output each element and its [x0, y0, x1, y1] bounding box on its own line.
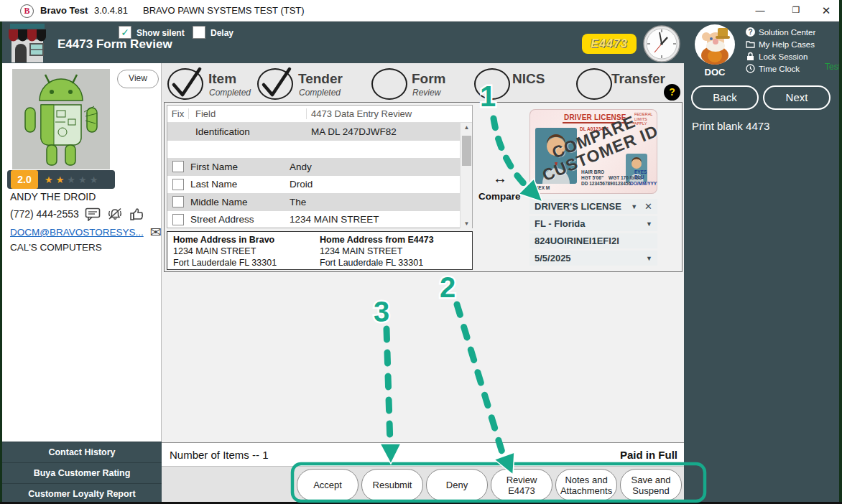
address-bravo: Home Address in Bravo 1234 MAIN STREET F…	[173, 234, 277, 269]
compare-arrows-icon: ↔	[493, 170, 507, 187]
rating-stars: ★ ★ ★ ★ ★	[45, 174, 98, 185]
star-icon: ★	[67, 174, 75, 185]
scroll-down-icon[interactable]: ▼	[461, 220, 473, 227]
minimize-button[interactable]: —	[744, 0, 776, 21]
customer-photo[interactable]	[12, 69, 110, 169]
address-compare-box: Home Address in Bravo 1234 MAIN STREET F…	[167, 231, 473, 270]
star-icon: ★	[45, 174, 53, 185]
envelope-icon[interactable]: ✉	[150, 224, 162, 241]
scroll-up-icon[interactable]: ▲	[461, 124, 473, 131]
step-nics-circle	[474, 68, 510, 100]
items-summary-bar: Number of Items -- 1 Paid in Full	[162, 442, 684, 467]
table-row[interactable]: Middle Name The	[167, 193, 472, 211]
table-row[interactable]: Last Name Droid	[167, 176, 472, 194]
customer-name: ANDY THE DROID	[10, 191, 96, 202]
doc-avatar[interactable]	[694, 24, 736, 65]
link-time-clock[interactable]: Time Clock	[746, 62, 800, 75]
step-item-check-icon	[165, 63, 207, 101]
notes-attachments-button[interactable]: Notes and Attachments	[555, 469, 617, 501]
accept-button[interactable]: Accept	[297, 469, 358, 501]
customer-loyalty-report-button[interactable]: Customer Loyalty Report	[2, 483, 162, 504]
help-badge[interactable]: ?	[664, 84, 680, 101]
customer-phone: (772) 444-2553	[10, 208, 79, 220]
link-solution-center[interactable]: ? Solution Center	[746, 26, 815, 38]
close-icon[interactable]: ✕	[644, 201, 652, 212]
fix-checkbox[interactable]	[172, 214, 184, 225]
address-e4473: Home Address from E4473 1234 MAIN STREET…	[320, 234, 434, 269]
step-transfer-label[interactable]: Transfer	[611, 71, 665, 87]
close-button[interactable]: ✕	[810, 0, 842, 21]
fix-checkbox[interactable]	[172, 179, 184, 190]
deny-button[interactable]: Deny	[426, 469, 488, 501]
app-environment: BRAVO PAWN SYSTEMS TEST (TST)	[143, 5, 305, 16]
chevron-down-icon[interactable]: ▼	[646, 220, 652, 228]
id-expiry-dropdown[interactable]: 5/5/2025 ▼	[529, 251, 657, 266]
step-tender-status: Completed	[299, 88, 341, 98]
link-my-help-cases[interactable]: My Help Cases	[746, 38, 815, 50]
print-blank-4473-link[interactable]: Print blank 4473	[692, 120, 769, 132]
star-icon: ★	[56, 174, 65, 185]
view-button[interactable]: View	[117, 70, 159, 88]
table-row[interactable]	[167, 141, 472, 159]
store-icon	[6, 24, 49, 62]
id-number-field[interactable]: 824UOIRINEI1EFI2I	[529, 233, 657, 248]
step-tender-label[interactable]: Tender	[298, 71, 343, 87]
star-icon: ★	[78, 174, 87, 185]
customer-id-image[interactable]: DRIVER LICENSE FEDERAL LIMITS APPLY DL A…	[529, 109, 657, 194]
desktop-test-label: Test	[825, 62, 841, 72]
paid-in-full-label: Paid in Full	[620, 449, 677, 461]
small-clock-icon	[746, 64, 755, 73]
resubmit-button[interactable]: Resubmit	[361, 469, 423, 501]
back-button[interactable]: Back	[691, 85, 759, 110]
delay-label: Delay	[210, 28, 233, 38]
show-silent-checkbox[interactable]: ✓	[119, 26, 131, 39]
user-name: DOC	[694, 67, 736, 78]
id-type-dropdown[interactable]: DRIVER'S LICENSE ▼ ✕	[529, 199, 657, 214]
step-item-label[interactable]: Item	[208, 71, 236, 87]
step-nics-label[interactable]: NICS	[512, 71, 545, 87]
app-title: Bravo Test	[40, 5, 88, 16]
scrollbar-thumb[interactable]	[462, 136, 471, 166]
app-version: 3.0.4.81	[94, 5, 128, 16]
buya-customer-rating-button[interactable]: Buya Customer Rating	[2, 462, 162, 483]
fix-checkbox[interactable]	[172, 161, 184, 172]
thumbs-up-icon[interactable]	[129, 207, 145, 221]
show-silent-label: Show silent	[137, 28, 185, 38]
table-row[interactable]: Identification MA DL 247DJWF82	[167, 123, 472, 141]
table-row[interactable]: First Name Andy	[167, 158, 472, 176]
step-form-status: Review	[412, 88, 440, 98]
customer-rating-bar[interactable]: 2.0 ★ ★ ★ ★ ★	[7, 170, 115, 189]
lock-icon	[746, 52, 755, 61]
chevron-down-icon[interactable]: ▼	[646, 255, 652, 262]
step-form-label[interactable]: Form	[412, 71, 446, 87]
maximize-button[interactable]: ❐	[780, 0, 812, 21]
compare-label: Compare	[478, 191, 521, 202]
window-titlebar: B Bravo Test 3.0.4.81 BRAVO PAWN SYSTEMS…	[0, 0, 842, 22]
step-transfer-circle	[576, 68, 612, 100]
customer-email-link[interactable]: DOCM@BRAVOSTORESYS...	[10, 227, 144, 238]
review-table-header: Fix Field 4473 Data Entry Review	[167, 106, 472, 123]
fix-checkbox[interactable]	[172, 196, 184, 207]
chevron-down-icon[interactable]: ▼	[631, 203, 637, 210]
step-item-status: Completed	[209, 88, 251, 98]
number-of-items: Number of Items -- 1	[170, 449, 269, 461]
contact-history-button[interactable]: Contact History	[2, 442, 162, 462]
table-scrollbar[interactable]: ▲ ▼	[460, 123, 472, 228]
review-table: Fix Field 4473 Data Entry Review Identif…	[167, 105, 473, 228]
save-suspend-button[interactable]: Save and Suspend	[620, 469, 682, 501]
customer-phone-row: (772) 444-2553	[10, 207, 145, 221]
ringer-off-icon[interactable]	[106, 207, 124, 221]
folder-icon	[746, 40, 755, 48]
customer-company: CAL'S COMPUTERS	[10, 242, 102, 253]
table-row[interactable]: Street Address 1234 MAIN STREET	[167, 211, 472, 229]
window-border-left	[0, 22, 2, 504]
link-lock-session[interactable]: Lock Session	[746, 50, 808, 62]
review-e4473-button[interactable]: Review E4473	[491, 469, 552, 501]
page-title: E4473 Form Review	[57, 37, 172, 52]
star-icon: ★	[90, 174, 98, 185]
e4473-logo: E4473	[582, 34, 637, 54]
message-icon[interactable]	[85, 207, 101, 221]
delay-checkbox[interactable]	[193, 26, 205, 39]
next-button[interactable]: Next	[763, 85, 831, 110]
id-state-dropdown[interactable]: FL - Florida ▼	[529, 216, 657, 231]
